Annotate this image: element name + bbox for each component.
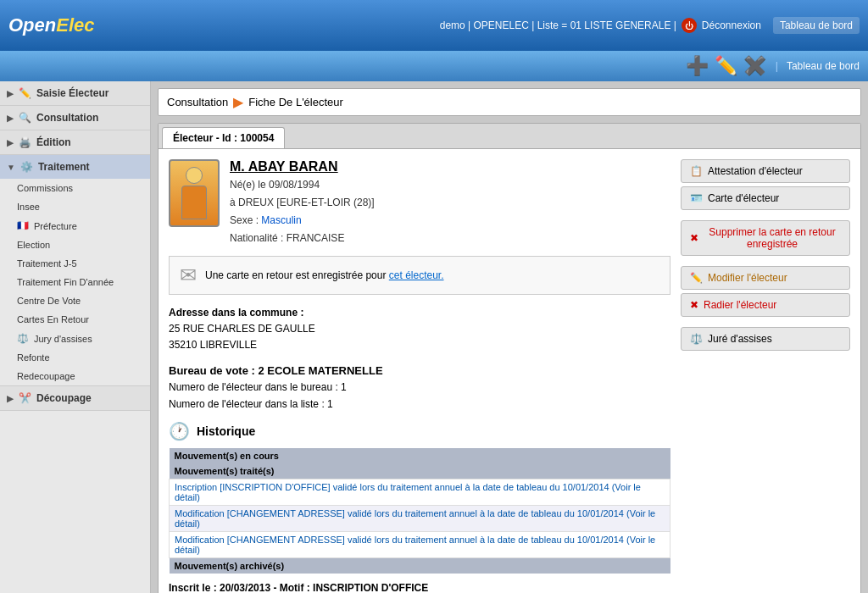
add-icon[interactable]: ➕ [686, 54, 709, 78]
sidebar-item-consultation[interactable]: ▶ 🔍 Consultation [0, 106, 150, 130]
toolbar-divider: | [776, 60, 778, 72]
return-card-link[interactable]: cet électeur. [389, 269, 444, 281]
sidebar-item-centre-vote[interactable]: Centre De Vote [0, 291, 150, 310]
bureau-electeur-label: Numero de l'électeur dans le bureau : 1 [169, 380, 670, 396]
redecoupage-label: Redecoupage [17, 371, 75, 381]
return-card-prefix: Une carte en retour est enregistrée pour [205, 269, 389, 281]
historique-table: Mouvement(s) en cours Mouvement(s) trait… [169, 448, 670, 574]
address-line1: 25 RUE CHARLES DE GAULLE [169, 321, 670, 337]
sidebar-section-saisie: ▶ ✏️ Saisie Électeur [0, 81, 150, 106]
modifier-icon: ✏️ [690, 272, 703, 284]
sidebar-item-decoupage[interactable]: ▶ ✂️ Découpage [0, 386, 150, 410]
arrow-edition: ▶ [7, 138, 14, 147]
address-block: Adresse dans la commune : 25 RUE CHARLES… [169, 305, 670, 354]
sidebar-item-prefecture[interactable]: 🇫🇷 Préfecture [0, 216, 150, 236]
tableau-bord-toolbar[interactable]: Tableau de bord [787, 60, 860, 72]
person-sex: Sexe : Masculin [230, 213, 375, 228]
person-birth: Né(e) le 09/08/1994 [230, 177, 375, 192]
logout-label[interactable]: Déconnexion [702, 19, 761, 31]
inscrit-line: Inscrit le : 20/03/2013 - Motif : INSCRI… [169, 582, 670, 593]
sidebar-item-insee[interactable]: Insee [0, 197, 150, 216]
saisie-label: Saisie Électeur [36, 87, 108, 99]
sidebar-item-cartes-retour[interactable]: Cartes En Retour [0, 310, 150, 329]
hist-movement-1-text[interactable]: Inscription [INSCRIPTION D'OFFICE] valid… [170, 479, 670, 505]
historique-title: Historique [197, 424, 255, 438]
person-fullname: ABAY BARAN [248, 159, 338, 174]
content-right: 📋 Attestation d'électeur 🪪 Carte d'élect… [681, 159, 850, 593]
sidebar-section-traitement: ▼ ⚙️ Traitement Commissions Insee 🇫🇷 Pré… [0, 155, 150, 386]
power-icon[interactable]: ⏻ [682, 18, 697, 33]
person-prefix: M. [230, 159, 245, 174]
traitement-submenu: Commissions Insee 🇫🇷 Préfecture Election… [0, 179, 150, 385]
person-city: à DREUX [EURE-ET-LOIR (28)] [230, 195, 375, 210]
sidebar-item-election[interactable]: Election [0, 236, 150, 254]
prefecture-icon: 🇫🇷 [17, 220, 29, 231]
content: M. ABAY BARAN Né(e) le 09/08/1994 à DREU… [159, 149, 860, 593]
hist-movement-3-text[interactable]: Modification [CHANGEMENT ADRESSE] validé… [170, 531, 670, 557]
bureau-block: Bureau de vote : 2 ECOLE MATERNELLE Nume… [169, 363, 670, 413]
return-card-notice: ✉ Une carte en retour est enregistrée po… [169, 256, 670, 295]
traitement-fin-label: Traitement Fin D'année [17, 277, 114, 287]
bureau-liste-label: Numero de l'électeur dans la liste : 1 [169, 396, 670, 413]
breadcrumb-consultation[interactable]: Consultation [167, 96, 228, 108]
historique-header: 🕐 Historique [169, 421, 670, 441]
tab-label: Électeur - Id : 100054 [173, 132, 274, 144]
decoupage-icon: ✂️ [19, 392, 31, 404]
carte-icon: 🪪 [690, 192, 703, 204]
breadcrumb: Consultation ▶ Fiche De L'électeur [158, 88, 861, 116]
edit-icon[interactable]: ✏️ [715, 54, 738, 78]
attestation-button[interactable]: 📋 Attestation d'électeur [681, 159, 850, 183]
supprimer-carte-button[interactable]: ✖ Supprimer la carte en retour enregistr… [681, 220, 850, 256]
envelope-icon: ✉ [180, 263, 197, 287]
breadcrumb-page: Fiche De L'électeur [248, 96, 343, 108]
carte-electeur-button[interactable]: 🪪 Carte d'électeur [681, 186, 850, 210]
sidebar-item-traitement-fin[interactable]: Traitement Fin D'année [0, 273, 150, 291]
sidebar-item-commissions[interactable]: Commissions [0, 179, 150, 197]
refonte-label: Refonte [17, 352, 50, 363]
return-card-text: Une carte en retour est enregistrée pour… [205, 269, 444, 281]
sidebar-section-edition: ▶ 🖨️ Édition [0, 130, 150, 155]
carte-label: Carte d'électeur [708, 192, 779, 204]
tab-electeur[interactable]: Électeur - Id : 100054 [162, 127, 285, 148]
historique-section: 🕐 Historique Mouvement(s) en cours Mouve… [169, 421, 670, 574]
sidebar-section-consultation: ▶ 🔍 Consultation [0, 106, 150, 130]
sidebar-item-traitement-j5[interactable]: Traitement J-5 [0, 254, 150, 273]
btn-sep-2 [681, 259, 850, 266]
hist-archives-header: Mouvement(s) archivé(s) [170, 557, 670, 574]
sidebar-section-decoupage: ▶ ✂️ Découpage [0, 386, 150, 411]
modifier-electeur-button[interactable]: ✏️ Modifier l'électeur [681, 266, 850, 290]
person-info: M. ABAY BARAN Né(e) le 09/08/1994 à DREU… [230, 159, 375, 246]
tableau-bord-btn[interactable]: Tableau de bord [773, 17, 860, 34]
clock-icon: 🕐 [169, 421, 190, 441]
header-right: demo | OPENELEC | Liste = 01 LISTE GENER… [440, 17, 860, 34]
hist-movement-1: Inscription [INSCRIPTION D'OFFICE] valid… [170, 479, 670, 505]
person-nationality: Nationalité : FRANCAISE [230, 230, 375, 246]
cartes-retour-label: Cartes En Retour [17, 314, 89, 324]
supprimer-label: Supprimer la carte en retour enregistrée [704, 226, 841, 250]
logo: OpenElec [8, 14, 95, 36]
prefecture-label: Préfecture [34, 221, 77, 231]
jure-icon: ⚖️ [690, 333, 703, 345]
sidebar-item-edition[interactable]: ▶ 🖨️ Édition [0, 130, 150, 154]
avatar-body [181, 186, 207, 219]
sidebar-item-refonte[interactable]: Refonte [0, 348, 150, 367]
sidebar-item-saisie[interactable]: ▶ ✏️ Saisie Électeur [0, 81, 150, 105]
jure-label: Juré d'assises [708, 333, 772, 345]
radier-electeur-button[interactable]: ✖ Radier l'électeur [681, 293, 850, 317]
sidebar-item-redecoupage[interactable]: Redecoupage [0, 367, 150, 385]
sidebar-item-jury[interactable]: ⚖️ Jury d'assises [0, 329, 150, 348]
jure-assises-button[interactable]: ⚖️ Juré d'assises [681, 327, 850, 351]
hist-movement-2: Modification [CHANGEMENT ADRESSE] validé… [170, 505, 670, 531]
layout: ▶ ✏️ Saisie Électeur ▶ 🔍 Consultation ▶ … [0, 81, 868, 593]
delete-icon[interactable]: ✖️ [743, 54, 767, 78]
person-avatar [169, 159, 220, 227]
tab-panel: Électeur - Id : 100054 M. [158, 123, 861, 593]
btn-sep-3 [681, 320, 850, 327]
user-info: demo | OPENELEC | Liste = 01 LISTE GENER… [440, 19, 676, 31]
hist-movement-2-text[interactable]: Modification [CHANGEMENT ADRESSE] validé… [170, 505, 670, 531]
main-content: Consultation ▶ Fiche De L'électeur Élect… [151, 81, 868, 593]
insee-label: Insee [17, 202, 40, 212]
sidebar-item-traitement[interactable]: ▼ ⚙️ Traitement [0, 155, 150, 179]
commissions-label: Commissions [17, 183, 73, 193]
arrow-saisie: ▶ [7, 89, 14, 98]
